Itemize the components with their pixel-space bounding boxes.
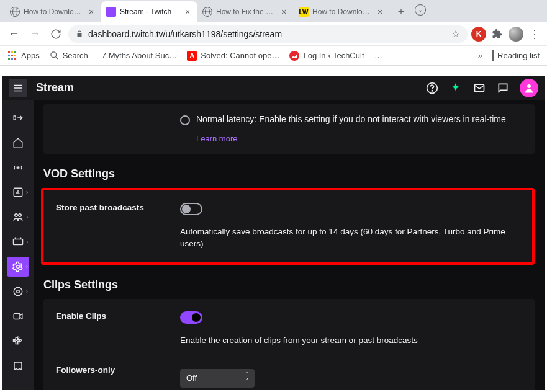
window-close-icon[interactable]: ✕ [531,0,543,2]
twitch-icon [106,7,116,17]
section-heading-vod: VOD Settings [43,167,535,180]
sidebar-item-stream-manager[interactable] [7,108,29,128]
setting-description: Enable the creation of clips from your s… [180,335,522,347]
setting-label: Enable Clips [56,311,180,321]
svg-rect-26 [14,239,23,245]
sidebar: › › › › › [2,100,34,390]
store-broadcasts-toggle[interactable] [180,203,202,215]
search-icon [50,51,59,60]
sidebar-item-settings[interactable]: › [7,257,29,277]
svg-point-19 [17,167,19,168]
sidebar-item-camera[interactable] [7,306,29,326]
window-maximize-icon[interactable]: ☐ [504,0,516,2]
svg-point-29 [17,265,20,269]
chevron-right-icon: › [26,239,28,245]
sidebar-item-analytics[interactable]: › [7,182,29,202]
search-bookmark[interactable]: Search [50,51,88,60]
extension-k-icon[interactable]: K [471,27,486,42]
svg-rect-2 [14,51,16,53]
chevron-right-icon: › [26,214,28,220]
spark-icon[interactable] [449,81,463,95]
tab-close-icon[interactable]: × [375,7,385,17]
browser-tab[interactable]: LW How to Downlo… × [294,1,390,22]
adobe-icon: A [187,51,197,61]
setting-description: Automatically save broadcasts for up to … [180,226,520,250]
clips-panel: Enable Clips Enable the creation of clip… [43,299,535,390]
hamburger-menu-button[interactable] [9,79,27,97]
techcult-bookmark[interactable]: Log In ‹ TechCult —… [289,51,382,61]
inbox-icon[interactable] [472,81,486,95]
sidebar-item-content[interactable]: › [7,232,29,252]
enable-clips-toggle[interactable] [180,311,202,324]
svg-rect-3 [8,55,10,56]
sidebar-item-community[interactable]: › [7,207,29,227]
chevron-right-icon: › [26,189,28,195]
svg-line-10 [55,56,58,59]
settings-content: Normal latency: Enable this setting if y… [34,100,545,390]
svg-point-17 [527,84,531,88]
globe-icon [10,7,20,17]
url-text: dashboard.twitch.tv/u/utkarsh1198/settin… [88,29,282,39]
help-icon[interactable] [425,81,439,95]
tab-search-icon[interactable]: ⌄ [415,4,426,16]
app-header: Stream [2,76,545,100]
sidebar-item-home[interactable] [7,133,29,153]
select-value: Off [186,373,197,383]
svg-rect-32 [14,314,20,319]
learn-more-link[interactable]: Learn more [196,134,237,143]
tab-title: How to Downlo… [312,7,371,16]
chevron-right-icon: › [26,288,28,295]
browser-tab-active[interactable]: Stream - Twitch × [101,1,197,22]
bookmarks-bar: Apps Search 7 Myths About Suc… A Solved:… [0,46,547,66]
bookmarks-overflow-icon[interactable]: » [478,51,482,60]
page-title: Stream [36,81,74,94]
sidebar-item-signal[interactable] [7,158,29,177]
lock-icon [76,30,83,38]
tab-title: Stream - Twitch [120,7,179,16]
svg-rect-5 [14,55,16,56]
forward-button[interactable]: → [26,25,43,43]
radio-label: Normal latency: Enable this setting if y… [196,114,506,124]
browser-toolbar: ← → dashboard.twitch.tv/u/utkarsh1198/se… [0,22,547,46]
svg-rect-6 [8,58,10,60]
browser-tab[interactable]: How to Downlo… × [5,1,101,22]
reading-list-button[interactable]: Reading list [492,51,540,60]
tab-close-icon[interactable]: × [86,7,96,17]
svg-rect-1 [11,51,13,53]
tab-close-icon[interactable]: × [279,7,289,17]
profile-avatar-icon[interactable] [509,27,523,42]
tab-close-icon[interactable]: × [183,7,192,17]
extensions-icon[interactable] [490,27,505,42]
sidebar-item-extensions[interactable] [7,331,29,351]
reading-list-icon [492,51,494,60]
radio-normal-latency[interactable] [180,115,190,125]
svg-rect-8 [14,58,16,60]
profile-avatar[interactable] [520,79,538,97]
browser-tab[interactable]: How to Fix the H… × [197,1,294,22]
back-button[interactable]: ← [5,25,22,43]
svg-point-25 [19,214,22,217]
apps-bookmark[interactable]: Apps [7,51,40,61]
svg-rect-18 [14,116,16,120]
svg-rect-7 [11,58,13,60]
svg-point-15 [432,90,432,91]
select-chevron-icon: ˄˅ [245,372,248,385]
browser-tabstrip: ― ☐ ✕ How to Downlo… × Stream - Twitch ×… [0,0,547,22]
adobe-bookmark[interactable]: A Solved: Cannot ope… [187,51,279,61]
sidebar-item-moderation[interactable]: › [7,282,29,301]
browser-menu-icon[interactable]: ⋮ [527,27,542,41]
address-bar[interactable]: dashboard.twitch.tv/u/utkarsh1198/settin… [68,25,468,43]
window-minimize-icon[interactable]: ― [476,0,489,2]
bookmark-star-icon[interactable]: ☆ [451,28,460,40]
chat-icon[interactable] [496,81,510,95]
chevron-right-icon: › [26,264,28,270]
reload-button[interactable] [47,25,65,43]
tab-title: How to Downlo… [24,7,83,16]
svg-point-31 [17,290,20,293]
myths-bookmark[interactable]: 7 Myths About Suc… [98,51,177,60]
svg-rect-0 [8,51,10,53]
followers-only-select[interactable]: Off ˄˅ [180,369,255,388]
sidebar-item-library[interactable] [7,356,29,376]
svg-point-24 [15,214,18,217]
new-tab-button[interactable]: + [392,3,410,20]
